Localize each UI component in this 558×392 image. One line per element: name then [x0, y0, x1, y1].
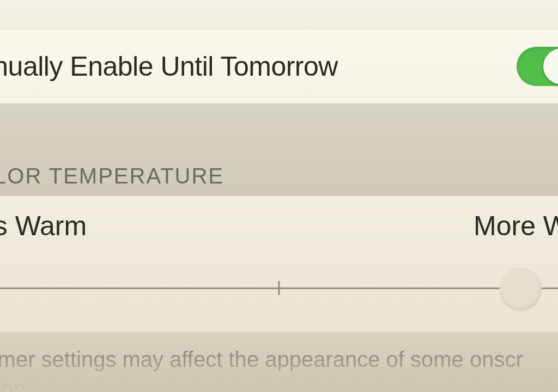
slider-label-more-warm: More Wa: [474, 210, 558, 242]
manual-enable-label: anually Enable Until Tomorrow: [0, 51, 338, 82]
color-temperature-slider[interactable]: [0, 266, 558, 315]
footer-line-2: otion.: [0, 375, 558, 392]
section-header-text: OLOR TEMPERATURE: [0, 164, 224, 188]
slider-tick-center: [278, 281, 280, 295]
color-temperature-panel: ess Warm More Wa: [0, 196, 558, 332]
color-temperature-header: OLOR TEMPERATURE: [0, 157, 558, 196]
footer-line-1: armer settings may affect the appearance…: [0, 345, 558, 375]
slider-thumb[interactable]: [499, 268, 542, 310]
switch-knob: [543, 48, 558, 84]
top-spacer: [0, 0, 558, 29]
manual-enable-row[interactable]: anually Enable Until Tomorrow: [0, 29, 558, 103]
slider-labels: ess Warm More Wa: [0, 210, 558, 242]
slider-label-less-warm: ess Warm: [0, 210, 87, 242]
manual-enable-switch[interactable]: [517, 47, 558, 86]
footer-note: armer settings may affect the appearance…: [0, 339, 558, 392]
settings-night-shift-screen: anually Enable Until Tomorrow OLOR TEMPE…: [0, 0, 558, 392]
group-spacer: [0, 103, 558, 157]
